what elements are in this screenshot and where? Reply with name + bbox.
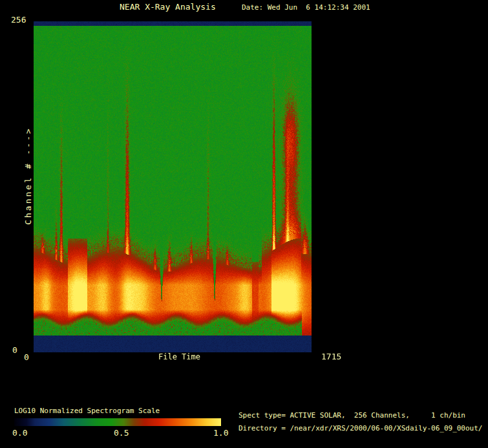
- colorbar-gradient: [14, 418, 221, 426]
- colorbar-tick-min: 0.0: [12, 429, 27, 438]
- spect-type-line: Spect type= ACTIVE SOLAR, 256 Channels, …: [239, 412, 465, 420]
- x-axis-min-tick: 0: [24, 353, 29, 362]
- date-label: Date: Wed Jun 6 14:12:34 2001: [242, 4, 370, 12]
- spectrogram-heatmap: [34, 21, 312, 352]
- y-axis-label: Channel # --->: [23, 127, 33, 225]
- x-axis-label: File Time: [158, 353, 200, 361]
- x-axis-max-tick: 1715: [321, 352, 341, 361]
- colorbar-label: LOG10 Normalized Spectrogram Scale: [14, 407, 160, 415]
- directory-line: Directory = /near/xdr/XRS/2000/06-00/XSd…: [239, 425, 483, 432]
- y-axis-max-tick: 256: [11, 16, 26, 25]
- colorbar-tick-mid: 0.5: [114, 429, 129, 438]
- page-title: NEAR X-Ray Analysis: [120, 3, 216, 12]
- y-axis-min-tick: 0: [12, 346, 17, 355]
- near-xray-analysis-window: NEAR X-Ray Analysis Date: Wed Jun 6 14:1…: [0, 0, 488, 448]
- colorbar-tick-max: 1.0: [213, 429, 228, 438]
